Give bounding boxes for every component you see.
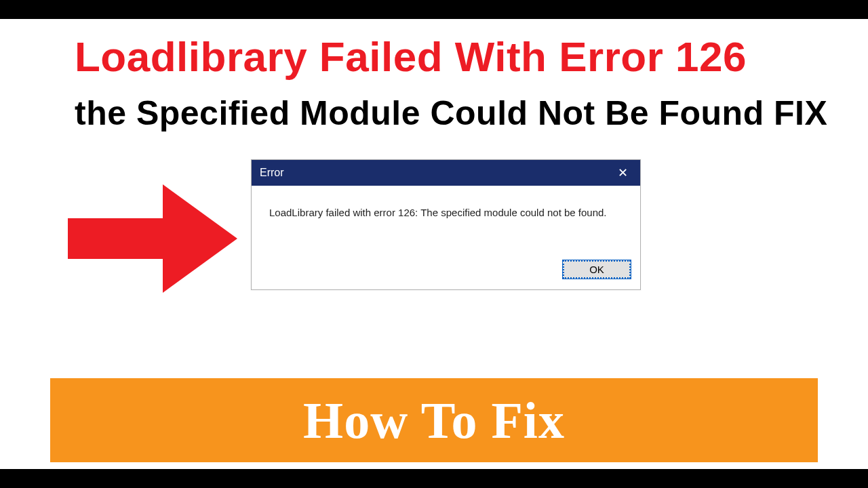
arrow-right-icon xyxy=(68,184,237,293)
dialog-titlebar[interactable]: Error ✕ xyxy=(252,160,640,186)
headline-red: Loadlibrary Failed With Error 126 xyxy=(75,33,747,81)
headline-black: the Specified Module Could Not Be Found … xyxy=(75,94,827,133)
dialog-message: LoadLibrary failed with error 126: The s… xyxy=(252,186,640,253)
dialog-title: Error xyxy=(260,167,284,179)
svg-marker-0 xyxy=(68,184,237,293)
letterbox-bottom xyxy=(0,469,868,488)
error-dialog: Error ✕ LoadLibrary failed with error 12… xyxy=(251,159,641,290)
dialog-footer: OK xyxy=(252,253,640,289)
how-to-fix-banner: How To Fix xyxy=(50,378,818,462)
banner-text: How To Fix xyxy=(303,391,565,450)
ok-button[interactable]: OK xyxy=(563,260,631,279)
close-icon[interactable]: ✕ xyxy=(609,163,636,183)
thumbnail-canvas: Loadlibrary Failed With Error 126 the Sp… xyxy=(0,0,868,488)
letterbox-top xyxy=(0,0,868,19)
